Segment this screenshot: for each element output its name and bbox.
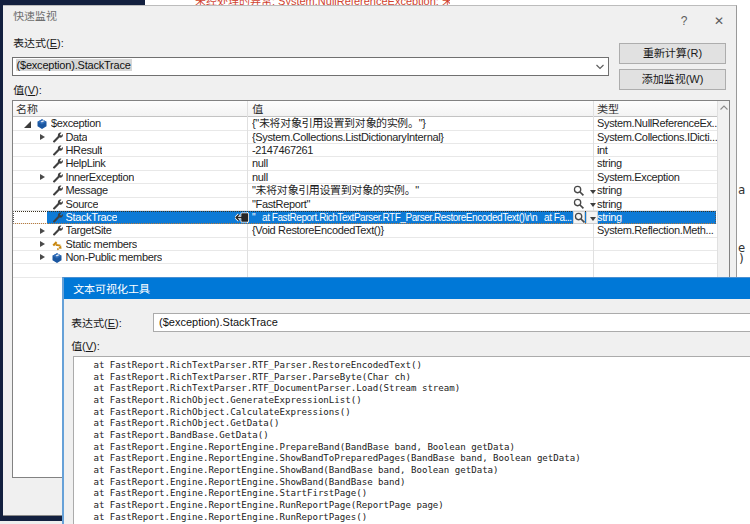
- add-watch-button[interactable]: 添加监视(W): [619, 69, 726, 90]
- wrench-icon: [51, 185, 63, 197]
- scrollbar-up-icon[interactable]: [720, 105, 728, 111]
- wrench-icon: [51, 199, 63, 211]
- grid-header: 名称 值 类型: [13, 101, 717, 117]
- watch-row-static-members[interactable]: Static members: [13, 238, 717, 251]
- watch-row-hresult[interactable]: HResult-2147467261int: [13, 144, 717, 157]
- watch-row-innerexception[interactable]: InnerExceptionnullSystem.Exception: [13, 171, 717, 184]
- visualizer-dropdown-icon[interactable]: [587, 185, 599, 197]
- expander-expanded-icon[interactable]: [24, 121, 31, 128]
- cell-value[interactable]: {"未将对象引用设置到对象的实例。"}: [252, 117, 582, 130]
- cell-type[interactable]: string: [597, 198, 717, 211]
- column-header-name[interactable]: 名称: [16, 104, 38, 115]
- watch-row-data[interactable]: Data{System.Collections.ListDictionaryIn…: [13, 131, 717, 144]
- cell-value[interactable]: "FastReport": [252, 198, 582, 211]
- text-visualizer-titlebar[interactable]: 文本可视化工具: [64, 278, 750, 299]
- background-editor-fragments: ae): [737, 5, 750, 278]
- expander-collapsed-icon[interactable]: [40, 254, 45, 260]
- column-header-type[interactable]: 类型: [597, 104, 619, 115]
- watch-row-stacktrace[interactable]: StackTrace" at FastReport.RichTextParser…: [13, 211, 717, 224]
- cell-type[interactable]: System.Collections.IDicti...: [597, 131, 717, 144]
- magnifier-icon[interactable]: [573, 185, 585, 197]
- cell-value[interactable]: null: [252, 157, 582, 170]
- focus-rectangle: [13, 211, 716, 224]
- magnifier-icon[interactable]: [573, 198, 585, 210]
- wrench-icon: [51, 172, 63, 184]
- quickwatch-dialog-title: 快速监视: [13, 11, 57, 22]
- cell-name[interactable]: InnerException: [66, 171, 134, 184]
- help-button[interactable]: ?: [673, 13, 695, 29]
- cell-name[interactable]: Non-Public members: [66, 251, 162, 264]
- cell-type[interactable]: System.NullReferenceEx...: [597, 117, 717, 130]
- text-visualizer-dialog: 文本可视化工具 表达式(E): ($exception).StackTrace …: [62, 277, 750, 524]
- combobox-dropdown-icon[interactable]: [595, 63, 605, 71]
- visualizer-value-label: 值(V):: [71, 341, 100, 352]
- static-members-icon: [51, 239, 63, 251]
- text-visualizer-title: 文本可视化工具: [73, 284, 150, 295]
- expression-label: 表达式(E):: [13, 38, 64, 49]
- editor-text-fragment: a: [738, 183, 745, 197]
- object-cube-icon: [51, 252, 63, 264]
- expander-collapsed-icon[interactable]: [40, 174, 45, 180]
- stack-trace-text: at FastReport.RichTextParser.RTF_Parser.…: [77, 360, 581, 523]
- watch-row--exception[interactable]: $exception{"未将对象引用设置到对象的实例。"}System.Null…: [13, 117, 717, 130]
- cell-value[interactable]: -2147467261: [252, 144, 582, 157]
- expression-combobox[interactable]: ($exception).StackTrace: [12, 57, 609, 76]
- wrench-icon: [51, 225, 63, 237]
- wrench-icon: [51, 145, 63, 157]
- cell-name[interactable]: Source: [66, 198, 99, 211]
- editor-text-fragment: ): [738, 252, 745, 266]
- value-label: 值(V):: [13, 85, 42, 96]
- cell-value[interactable]: {System.Collections.ListDictionaryIntern…: [252, 131, 582, 144]
- cell-name[interactable]: Static members: [66, 238, 138, 251]
- cell-type[interactable]: System.Reflection.Meth...: [597, 224, 717, 237]
- expander-collapsed-icon[interactable]: [40, 228, 45, 234]
- cell-name[interactable]: Message: [66, 184, 108, 197]
- expression-combobox-value: ($exception).StackTrace: [16, 59, 132, 71]
- cell-name[interactable]: $exception: [51, 117, 101, 130]
- cell-value[interactable]: "未将对象引用设置到对象的实例。": [252, 184, 582, 197]
- watch-row-message[interactable]: Message"未将对象引用设置到对象的实例。"string: [13, 184, 717, 197]
- expander-collapsed-icon[interactable]: [40, 241, 45, 247]
- cell-name[interactable]: TargetSite: [66, 224, 112, 237]
- visualizer-dropdown-icon[interactable]: [586, 211, 598, 224]
- watch-row-source[interactable]: Source"FastReport"string: [13, 198, 717, 211]
- visualizer-text-area[interactable]: at FastReport.RichTextParser.RTF_Parser.…: [73, 356, 750, 524]
- wrench-icon: [51, 132, 63, 144]
- cell-value[interactable]: null: [252, 171, 582, 184]
- cell-type[interactable]: int: [597, 144, 717, 157]
- grid-rows: $exception{"未将对象引用设置到对象的实例。"}System.Null…: [13, 117, 717, 277]
- watch-row-empty: [13, 264, 717, 277]
- visualizer-expression-label: 表达式(E):: [71, 318, 122, 329]
- object-cube-icon: [36, 118, 48, 130]
- visualizer-dropdown-icon[interactable]: [587, 198, 599, 210]
- reevaluate-button[interactable]: 重新计算(R): [619, 43, 726, 64]
- cell-type[interactable]: string: [597, 184, 717, 197]
- magnifier-icon[interactable]: [573, 211, 585, 224]
- watch-row-targetsite[interactable]: TargetSite{Void RestoreEncodedText()}Sys…: [13, 224, 717, 237]
- close-button[interactable]: ✕: [707, 13, 731, 29]
- cell-name[interactable]: HelpLink: [66, 157, 106, 170]
- visualizer-expression-field[interactable]: ($exception).StackTrace: [153, 313, 750, 332]
- column-header-value[interactable]: 值: [252, 104, 263, 115]
- wrench-icon: [51, 158, 63, 170]
- cell-name[interactable]: HResult: [66, 144, 103, 157]
- expander-collapsed-icon[interactable]: [40, 134, 45, 140]
- watch-row-helplink[interactable]: HelpLinknullstring: [13, 157, 717, 170]
- cell-value[interactable]: {Void RestoreEncodedText()}: [252, 224, 582, 237]
- watch-row-non-public-members[interactable]: Non-Public members: [13, 251, 717, 264]
- cell-type[interactable]: System.Exception: [597, 171, 717, 184]
- cell-type[interactable]: string: [597, 157, 717, 170]
- cell-name[interactable]: Data: [66, 131, 88, 144]
